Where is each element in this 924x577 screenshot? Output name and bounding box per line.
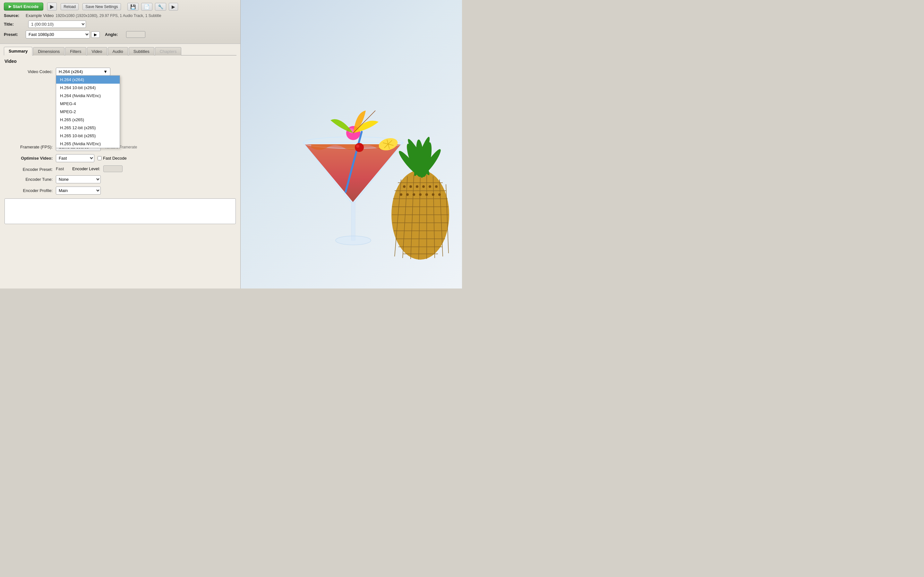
svg-point-29: [425, 193, 428, 196]
svg-point-22: [422, 185, 425, 188]
angle-input[interactable]: [126, 31, 145, 38]
codec-selected-value: H.264 (x264): [59, 69, 83, 74]
save-new-settings-button[interactable]: Save New Settings: [82, 3, 121, 10]
toolbar-icon-btn-4[interactable]: ▶: [169, 3, 178, 11]
codec-option-2[interactable]: H.264 (Nvidia NVEnc): [56, 92, 120, 100]
source-info: 1920x1080 (1920x1080), 29.97 FPS, 1 Audi…: [55, 13, 162, 18]
title-select[interactable]: 1 (00:00:10): [28, 21, 86, 28]
codec-dropdown-arrow: ▼: [103, 69, 107, 74]
svg-point-28: [419, 193, 422, 196]
toolbar-icon-btn-2[interactable]: 📄: [141, 3, 152, 11]
svg-point-48: [356, 145, 359, 148]
codec-dropdown-container: H.264 (x264) ▼ H.264 (x264) H.264 10-bit…: [56, 68, 110, 76]
encoder-level-input[interactable]: 4.0: [103, 165, 123, 172]
source-value: Example Video: [26, 13, 53, 18]
tab-subtitles[interactable]: Subtitles: [129, 47, 154, 55]
angle-label: Angle:: [105, 32, 124, 37]
svg-point-31: [438, 193, 441, 196]
codec-option-3[interactable]: MPEG-4: [56, 100, 120, 108]
svg-point-27: [413, 193, 415, 196]
svg-point-40: [336, 236, 371, 245]
tab-video[interactable]: Video: [87, 47, 107, 55]
optimise-label: Optimise Video:: [5, 154, 56, 161]
codec-option-5[interactable]: H.265 (x265): [56, 116, 120, 124]
encoder-level-label: Encoder Level:: [72, 166, 100, 171]
svg-rect-39: [351, 202, 355, 240]
svg-point-25: [400, 193, 402, 196]
encoder-preset-label: Encoder Preset:: [5, 165, 56, 172]
toolbar-button-1[interactable]: ▶: [47, 3, 57, 11]
title-label: Title:: [4, 22, 23, 27]
framerate-label: Framerate (FPS):: [5, 143, 56, 149]
codec-option-4[interactable]: MPEG-2: [56, 108, 120, 116]
svg-point-47: [355, 143, 364, 152]
fast-decode-checkbox[interactable]: [97, 156, 102, 160]
extra-options-textarea[interactable]: [5, 198, 236, 224]
codec-dropdown-list: H.264 (x264) H.264 10-bit (x264) H.264 (…: [56, 75, 120, 148]
tab-chapters[interactable]: Chapters: [155, 47, 182, 55]
svg-point-21: [416, 185, 418, 188]
svg-point-30: [432, 193, 435, 196]
start-encode-button[interactable]: Start Encode: [4, 3, 43, 11]
preset-label: Preset:: [4, 32, 23, 37]
svg-point-19: [403, 185, 405, 188]
svg-point-20: [409, 185, 412, 188]
codec-option-0[interactable]: H.264 (x264): [56, 76, 120, 84]
encoder-profile-label: Encoder Profile:: [5, 187, 56, 193]
preset-arrow-button[interactable]: ▶: [91, 31, 100, 38]
optimise-select[interactable]: Fast: [56, 154, 94, 162]
video-section-title: Video: [5, 59, 236, 64]
codec-option-6[interactable]: H.265 12-bit (x265): [56, 124, 120, 132]
toolbar-icon-btn-1[interactable]: 💾: [128, 3, 139, 11]
reload-button[interactable]: Reload: [61, 3, 79, 10]
preset-select[interactable]: Fast 1080p30: [26, 31, 90, 39]
tab-summary[interactable]: Summary: [4, 47, 32, 55]
codec-label: Video Codec:: [5, 68, 56, 74]
tab-filters[interactable]: Filters: [65, 47, 86, 55]
codec-dropdown-button[interactable]: H.264 (x264) ▼: [56, 68, 110, 76]
codec-option-8[interactable]: H.265 (Nvidia NVEnc): [56, 140, 120, 148]
encoder-preset-value: Fast: [56, 166, 64, 171]
codec-option-7[interactable]: H.265 10-bit (x265): [56, 132, 120, 140]
source-label: Source:: [4, 13, 23, 18]
toolbar-icon-btn-3[interactable]: 🔧: [155, 3, 166, 11]
codec-option-1[interactable]: H.264 10-bit (x264): [56, 84, 120, 92]
fast-decode-label: Fast Decode: [103, 156, 127, 161]
svg-point-26: [406, 193, 409, 196]
tab-audio[interactable]: Audio: [108, 47, 128, 55]
svg-point-23: [429, 185, 431, 188]
fast-decode-checkbox-wrapper: Fast Decode: [97, 156, 127, 161]
tab-dimensions[interactable]: Dimensions: [33, 47, 65, 55]
encoder-tune-select[interactable]: None: [56, 175, 101, 183]
encoder-tune-label: Encoder Tune:: [5, 175, 56, 182]
tabs-row: Summary Dimensions Filters Video Audio S…: [4, 47, 236, 55]
encoder-profile-select[interactable]: Main: [56, 187, 101, 195]
illustration: [241, 48, 462, 288]
svg-point-24: [435, 185, 438, 188]
